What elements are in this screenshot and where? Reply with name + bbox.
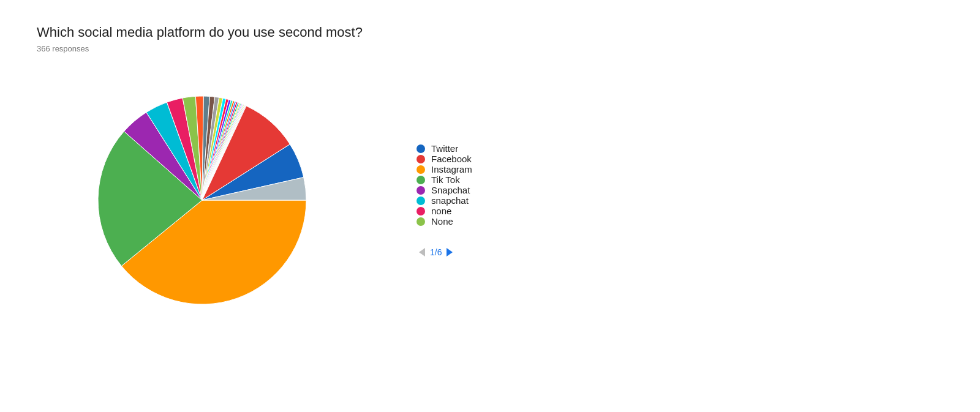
legend-item: Instagram — [417, 164, 472, 174]
legend-color-dot — [417, 144, 425, 153]
legend-item: snapchat — [417, 195, 472, 206]
legend-label: none — [431, 206, 451, 216]
legend-item: None — [417, 216, 472, 227]
page-container: Which social media platform do you use s… — [0, 0, 980, 353]
legend-item: none — [417, 206, 472, 216]
legend-label: Instagram — [431, 164, 472, 174]
legend-label: snapchat — [431, 195, 469, 206]
pie-chart — [74, 72, 331, 329]
next-page-button[interactable] — [447, 248, 453, 257]
legend-label: Tik Tok — [431, 174, 460, 185]
chart-legend: Twitter Facebook Instagram Tik Tok Snapc… — [417, 143, 472, 257]
legend-color-dot — [417, 197, 425, 205]
legend-color-dot — [417, 176, 425, 184]
legend-color-dot — [417, 155, 425, 163]
legend-label: Twitter — [431, 143, 458, 154]
chart-area: Twitter Facebook Instagram Tik Tok Snapc… — [37, 72, 943, 329]
pagination: 1/6 — [419, 247, 472, 257]
legend-color-dot — [417, 165, 425, 174]
pagination-text: 1/6 — [430, 247, 442, 257]
response-count: 366 responses — [37, 44, 943, 53]
legend-item: Twitter — [417, 143, 472, 154]
legend-color-dot — [417, 186, 425, 195]
legend-item: Facebook — [417, 154, 472, 164]
prev-page-button[interactable] — [419, 248, 425, 257]
question-title: Which social media platform do you use s… — [37, 24, 943, 40]
legend-item: Tik Tok — [417, 174, 472, 185]
legend-item: Snapchat — [417, 185, 472, 195]
legend-label: None — [431, 216, 453, 227]
legend-color-dot — [417, 207, 425, 215]
legend-label: Snapchat — [431, 185, 470, 195]
legend-color-dot — [417, 217, 425, 226]
legend-label: Facebook — [431, 154, 472, 164]
